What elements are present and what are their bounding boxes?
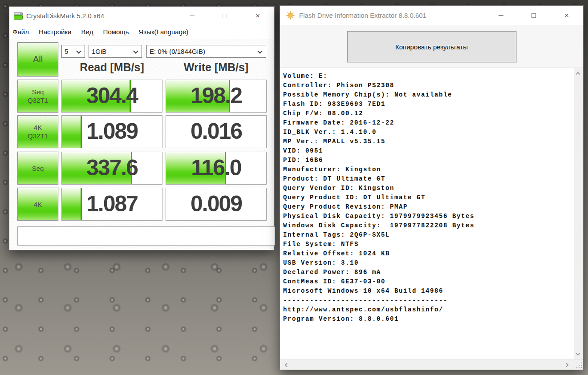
crystaldiskmark-window: CrystalDiskMark 5.2.0 x64 × Файл Настрой…: [9, 6, 275, 250]
comment-textbox[interactable]: [17, 226, 275, 246]
minimize-icon: [190, 16, 195, 16]
chevron-down-icon: [76, 48, 81, 53]
write-value-cell: 0.009: [166, 188, 267, 221]
desktop-background: CrystalDiskMark 5.2.0 x64 × Файл Настрой…: [0, 0, 588, 375]
benchmark-row-seq-q32t1: SeqQ32T1 304.4 198.2: [17, 80, 275, 113]
vertical-scrollbar[interactable]: [574, 68, 583, 359]
chevron-down-icon: [133, 48, 138, 53]
read-value: 1.089: [62, 118, 162, 144]
fdie-titlebar[interactable]: Flash Drive Information Extractor 8.8.0.…: [280, 6, 583, 25]
cdm-close-button[interactable]: ×: [241, 7, 274, 25]
test-count-select[interactable]: 5: [61, 45, 85, 58]
write-value: 0.009: [166, 191, 266, 217]
benchmark-row-4k: 4K 1.087 0.009: [17, 188, 275, 221]
write-value-cell: 0.016: [166, 115, 267, 148]
menu-language[interactable]: Язык(Language): [139, 28, 189, 36]
maximize-icon: [531, 13, 536, 18]
fdie-window-title: Flash Drive Information Extractor 8.8.0.…: [299, 12, 426, 19]
cdm-content: All 5 1GiB E: 0% (0/1844GiB) Read [MB/s]…: [9, 39, 274, 250]
run-all-button[interactable]: All: [17, 42, 58, 77]
write-value: 198.2: [166, 83, 266, 109]
run-seq-button[interactable]: Seq: [17, 152, 58, 185]
write-value-cell: 116.0: [166, 152, 267, 185]
read-value: 337.6: [62, 155, 162, 181]
read-column-header: Read [MB/s]: [61, 61, 162, 74]
read-value-cell: 304.4: [61, 80, 162, 113]
scroll-left-icon[interactable]: [285, 363, 289, 367]
crystaldiskmark-app-icon: [14, 12, 23, 20]
horizontal-scrollbar[interactable]: [280, 359, 583, 370]
chevron-down-icon: [257, 48, 262, 53]
cdm-titlebar[interactable]: CrystalDiskMark 5.2.0 x64 ×: [9, 7, 274, 25]
run-seq-q32t1-button[interactable]: SeqQ32T1: [17, 80, 58, 113]
read-value: 304.4: [62, 83, 162, 109]
drive-report-textarea[interactable]: Volume: E: Controller: Phison PS2308 Pos…: [280, 68, 574, 359]
cdm-maximize-button[interactable]: [208, 7, 241, 25]
cdm-minimize-button[interactable]: [175, 7, 208, 25]
fdie-maximize-button[interactable]: [517, 6, 550, 25]
close-icon: ×: [564, 12, 569, 19]
maximize-icon: [223, 14, 227, 18]
resize-grip-icon[interactable]: [576, 363, 582, 368]
minimize-icon: [499, 15, 503, 16]
read-value-cell: 1.087: [61, 188, 162, 221]
scroll-down-icon[interactable]: [576, 351, 580, 356]
sun-app-icon: [286, 11, 295, 20]
run-4k-q32t1-button[interactable]: 4KQ32T1: [17, 115, 58, 148]
menu-settings[interactable]: Настройки: [39, 28, 72, 36]
read-value-cell: 337.6: [61, 152, 162, 185]
read-value-cell: 1.089: [61, 115, 162, 148]
write-value: 0.016: [166, 118, 266, 144]
target-drive-select[interactable]: E: 0% (0/1844GiB): [146, 45, 266, 58]
benchmark-row-4k-q32t1: 4KQ32T1 1.089 0.016: [17, 115, 275, 148]
test-size-select[interactable]: 1GiB: [89, 45, 142, 58]
fdie-close-button[interactable]: ×: [550, 6, 583, 25]
scroll-up-icon[interactable]: [576, 72, 580, 77]
read-value: 1.087: [62, 191, 162, 217]
fdie-toolbar-panel: Копировать результаты: [280, 25, 583, 68]
cdm-menubar: Файл Настройки Вид Помощь Язык(Language): [9, 25, 274, 39]
menu-view[interactable]: Вид: [81, 28, 93, 36]
scroll-right-icon[interactable]: [564, 363, 569, 367]
benchmark-row-seq: Seq 337.6 116.0: [17, 152, 275, 185]
write-value-cell: 198.2: [166, 80, 267, 113]
fdie-minimize-button[interactable]: [484, 6, 517, 25]
cdm-window-title: CrystalDiskMark 5.2.0 x64: [26, 12, 104, 20]
drive-report-text: Volume: E: Controller: Phison PS2308 Pos…: [280, 68, 574, 324]
menu-help[interactable]: Помощь: [103, 28, 129, 36]
write-value: 116.0: [166, 155, 266, 181]
write-column-header: Write [MB/s]: [166, 61, 267, 74]
close-icon: ×: [255, 12, 260, 20]
menu-file[interactable]: Файл: [12, 28, 29, 36]
flash-extractor-window: Flash Drive Information Extractor 8.8.0.…: [280, 5, 584, 370]
run-4k-button[interactable]: 4K: [17, 188, 58, 221]
copy-results-button[interactable]: Копировать результаты: [347, 31, 516, 62]
